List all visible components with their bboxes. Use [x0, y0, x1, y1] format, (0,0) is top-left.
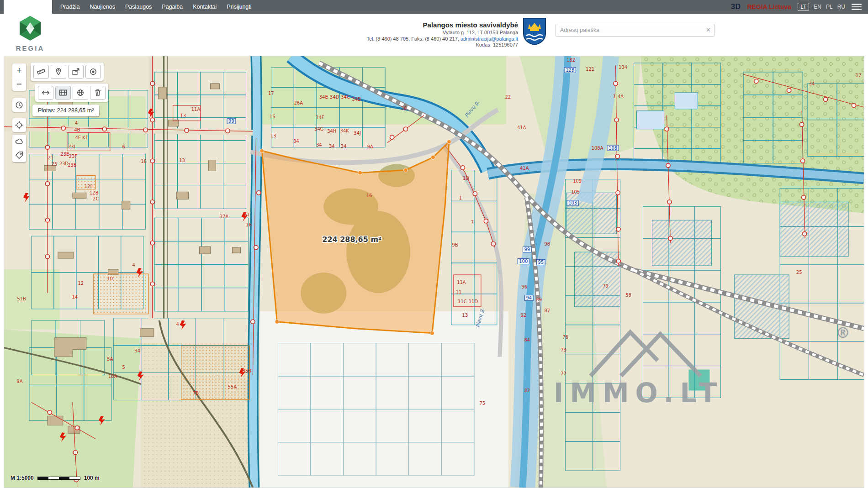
zoom-in-button[interactable]: + [12, 63, 26, 77]
svg-text:34D: 34D [330, 94, 339, 100]
cloud-icon [15, 137, 23, 146]
svg-text:132: 132 [566, 58, 575, 63]
nav-item-naujienos[interactable]: Naujienos [85, 0, 120, 13]
svg-text:34K: 34K [340, 128, 349, 133]
svg-text:89: 89 [536, 297, 542, 302]
lang-pl[interactable]: PL [826, 4, 833, 10]
svg-text:4E K1: 4E K1 [75, 135, 88, 140]
svg-text:23F: 23F [69, 154, 78, 159]
scale-ratio: M 1:5000 [11, 475, 34, 481]
export-button[interactable] [68, 65, 84, 79]
regia-logo[interactable]: REGIA [12, 15, 48, 52]
svg-text:23E: 23E [60, 152, 69, 157]
municipality-name: Palangos miesto savivaldybė [366, 21, 518, 30]
svg-text:34F: 34F [316, 115, 324, 120]
svg-text:25: 25 [796, 270, 802, 275]
view-3d-button[interactable]: 3D [731, 3, 741, 11]
svg-text:34C: 34C [341, 94, 350, 100]
svg-text:4: 4 [75, 121, 78, 126]
regia-logo-text: REGIA [12, 44, 48, 52]
svg-text:109: 109 [573, 178, 582, 184]
svg-text:34: 34 [809, 81, 815, 86]
tag-icon [15, 151, 23, 159]
hamburger-menu-icon[interactable] [852, 4, 862, 10]
svg-text:82: 82 [524, 388, 530, 393]
regia-lietuva-link[interactable]: REGIA Lietuva [747, 3, 791, 10]
nav-item-prisijungti[interactable]: Prisijungti [222, 0, 256, 13]
coat-of-arms [523, 17, 546, 47]
tags-button[interactable] [12, 148, 26, 162]
history-button[interactable] [12, 98, 26, 112]
zoom-out-button[interactable]: − [12, 77, 26, 91]
locate-button[interactable] [12, 118, 26, 132]
lang-lt[interactable]: LT [798, 3, 809, 11]
globe-refresh-icon [76, 89, 85, 97]
svg-text:95: 95 [538, 260, 544, 265]
svg-text:34G: 34G [314, 126, 323, 131]
svg-text:11: 11 [456, 290, 462, 295]
map-pin-icon [54, 68, 63, 76]
lang-ru[interactable]: RU [837, 4, 845, 10]
nav-item-kontaktai[interactable]: Kontaktai [188, 0, 221, 13]
svg-text:103: 103 [568, 200, 577, 205]
svg-text:34H: 34H [327, 129, 336, 134]
regia-gem-icon [17, 15, 43, 42]
svg-text:7B: 7B [193, 391, 199, 396]
add-marker-button[interactable] [51, 65, 66, 79]
svg-text:34: 34 [341, 144, 347, 149]
svg-text:4: 4 [132, 262, 135, 268]
search-input[interactable] [556, 24, 715, 37]
select-point-button[interactable] [85, 65, 101, 79]
weather-button[interactable] [12, 135, 26, 148]
svg-text:108: 108 [609, 146, 617, 151]
svg-text:100: 100 [519, 259, 528, 264]
svg-text:108A: 108A [592, 146, 603, 151]
municipality-info: Palangos miesto savivaldybė Vytauto g. 1… [366, 14, 518, 48]
map-canvas[interactable]: 44B4E K123I2123E23F2323D23B12H12B2C16611… [4, 56, 864, 488]
municipality-contacts: Tel. (8 460) 48 705, Faks. (8 460) 40 21… [366, 36, 518, 42]
svg-text:55B: 55B [243, 368, 252, 373]
svg-text:76: 76 [562, 335, 568, 340]
svg-text:73: 73 [561, 347, 566, 352]
svg-text:26A: 26A [294, 100, 303, 105]
svg-text:41A: 41A [520, 166, 529, 171]
svg-text:37A: 37A [220, 214, 229, 219]
measure-length-button[interactable] [33, 65, 49, 79]
clear-measurement-button[interactable] [90, 86, 106, 100]
logo-plate [4, 0, 52, 14]
nav-item-pradžia[interactable]: Pradžia [56, 0, 84, 13]
map-toolbar-primary [31, 63, 104, 81]
svg-text:23B: 23B [68, 163, 77, 168]
nav-item-pagalba[interactable]: Pagalba [157, 0, 187, 13]
top-navbar: PradžiaNaujienosPaslaugosPagalbaKontakta… [0, 0, 868, 14]
svg-text:22: 22 [505, 94, 511, 100]
svg-text:16: 16 [246, 222, 252, 227]
measure-area-button[interactable] [55, 86, 71, 100]
svg-text:5: 5 [122, 365, 125, 370]
watermark-registered-mark: ® [836, 324, 850, 341]
svg-text:51B: 51B [17, 296, 26, 301]
search-clear-icon[interactable]: ✕ [706, 26, 711, 33]
svg-text:87: 87 [544, 308, 550, 313]
svg-text:23I: 23I [68, 144, 75, 149]
svg-text:12H: 12H [85, 184, 94, 189]
nav-item-paslaugos[interactable]: Paslaugos [121, 0, 156, 13]
svg-text:99: 99 [228, 119, 234, 124]
svg-text:12B: 12B [90, 190, 99, 195]
svg-text:9A: 9A [16, 379, 22, 384]
measure-distance-button[interactable] [38, 86, 53, 100]
clock-icon [15, 101, 23, 109]
svg-text:10: 10 [107, 276, 113, 281]
svg-text:84: 84 [524, 337, 530, 342]
svg-text:98: 98 [544, 241, 550, 247]
svg-text:16: 16 [141, 159, 147, 164]
svg-text:5A: 5A [107, 357, 113, 362]
svg-text:21: 21 [48, 155, 54, 160]
svg-text:75: 75 [480, 401, 486, 406]
refresh-view-button[interactable] [73, 86, 88, 100]
address-search: ✕ [556, 24, 715, 37]
municipality-email-link[interactable]: administracija@palanga.lt [460, 36, 518, 42]
svg-text:15: 15 [270, 114, 275, 119]
crosshair-icon [15, 121, 23, 129]
lang-en[interactable]: EN [814, 4, 821, 10]
